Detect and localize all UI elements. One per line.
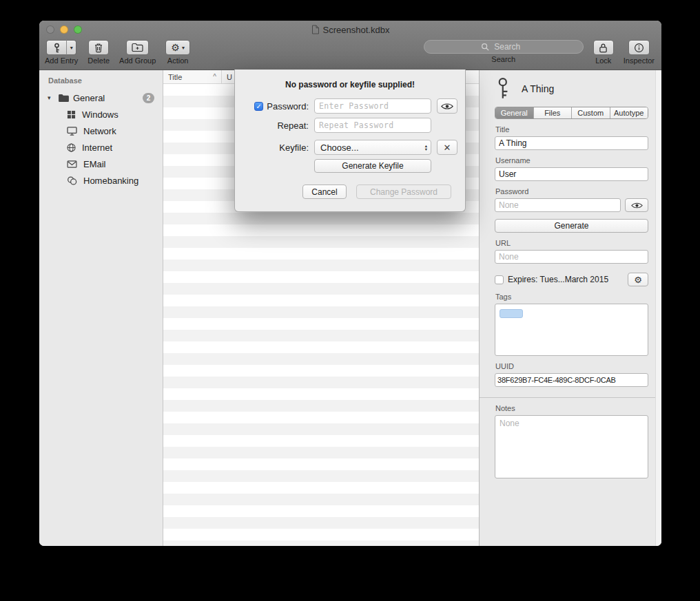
popup-stepper-icon: ▴▾ — [425, 144, 427, 151]
key-icon — [52, 43, 61, 53]
url-field[interactable] — [495, 250, 648, 264]
sidebar-group-general[interactable]: ▾ General 2 — [39, 89, 163, 106]
add-group-label: Add Group — [119, 56, 156, 65]
toolbar-item-lock: Lock — [593, 40, 614, 65]
sheet-repeat-input[interactable] — [314, 118, 431, 133]
uuid-field[interactable] — [495, 373, 648, 387]
disclosure-triangle-icon[interactable]: ▾ — [48, 94, 54, 101]
tab-files[interactable]: Files — [534, 107, 573, 118]
username-field-label: Username — [495, 156, 648, 165]
password-field-label: Password — [495, 187, 648, 196]
inspector-scrollbar[interactable] — [655, 70, 661, 546]
change-password-button: Change Password — [356, 184, 451, 199]
folder-icon — [58, 94, 70, 103]
lock-button[interactable] — [593, 40, 614, 55]
generate-keyfile-button[interactable]: Generate Keyfile — [314, 159, 431, 173]
sidebar-group-label: General — [73, 93, 105, 103]
toolbar-item-inspector: Inspector — [624, 40, 655, 65]
search-input[interactable] — [493, 41, 526, 52]
sidebar-item-label: Homebanking — [83, 176, 138, 186]
sheet-repeat-label: Repeat: — [277, 120, 309, 131]
inspector-tabs: General Files Custom Autotype — [495, 107, 648, 119]
expires-checkbox[interactable] — [495, 275, 504, 284]
reveal-password-button[interactable] — [625, 198, 648, 212]
keyfile-clear-button[interactable]: ✕ — [437, 140, 457, 155]
sheet-password-label: Password: — [267, 101, 309, 112]
sidebar-item-email[interactable]: EMail — [39, 156, 163, 172]
toolbar-item-add-entry: ▾ Add Entry — [45, 40, 78, 65]
notes-field[interactable] — [495, 415, 648, 478]
username-field[interactable] — [495, 167, 648, 181]
app-window: Screenshot.kdbx ▾ Add — [39, 21, 661, 546]
sheet-message: No password or keyfile supplied! — [235, 80, 465, 89]
sidebar-item-label: Network — [83, 126, 116, 136]
add-group-button[interactable] — [126, 40, 149, 55]
uuid-field-label: UUID — [495, 362, 648, 370]
zoom-button[interactable] — [74, 25, 82, 34]
sidebar-item-windows[interactable]: Windows — [39, 106, 163, 123]
document-icon — [311, 25, 320, 34]
password-field[interactable] — [495, 198, 621, 212]
sheet-reveal-password-button[interactable] — [437, 98, 457, 114]
globe-icon — [67, 143, 76, 152]
title-field[interactable] — [495, 136, 648, 150]
lock-icon — [599, 43, 608, 53]
traffic-lights — [46, 25, 82, 34]
tag-chip[interactable] — [500, 309, 523, 318]
info-icon — [634, 43, 644, 53]
tab-general[interactable]: General — [495, 107, 534, 118]
toolbar: ▾ Add Entry Delete — [39, 39, 661, 70]
lock-label: Lock — [595, 56, 611, 65]
column-username-label: U — [227, 73, 232, 81]
toolbar-item-search: Search — [424, 40, 584, 63]
cancel-button[interactable]: Cancel — [302, 184, 347, 199]
entry-title: A Thing — [522, 83, 554, 94]
keyfile-popup-value: Choose... — [320, 143, 359, 153]
eye-icon — [441, 103, 453, 110]
keyfile-popup-button[interactable]: Choose... ▴▾ — [314, 140, 431, 155]
sidebar: Database ▾ General 2 Windows — [39, 70, 163, 546]
add-entry-dropdown[interactable]: ▾ — [67, 40, 76, 55]
notes-field-label: Notes — [495, 404, 648, 412]
sidebar-item-internet[interactable]: Internet — [39, 139, 163, 156]
sidebar-item-homebanking[interactable]: Homebanking — [39, 172, 163, 189]
sheet-password-input[interactable] — [314, 98, 431, 114]
inspector-label: Inspector — [624, 56, 655, 65]
minimize-button[interactable] — [60, 25, 68, 34]
tags-box[interactable] — [495, 304, 648, 356]
password-sheet: No password or keyfile supplied! ✓ Passw… — [234, 70, 466, 212]
add-entry-button[interactable] — [46, 40, 67, 55]
clear-icon: ✕ — [444, 143, 451, 153]
sidebar-item-label: Windows — [82, 109, 119, 120]
sort-ascending-icon: ^ — [213, 73, 216, 81]
toolbar-item-add-group: Add Group — [119, 40, 156, 65]
window-chrome: Screenshot.kdbx ▾ Add — [39, 21, 661, 70]
key-icon — [496, 77, 513, 100]
monitor-icon — [67, 127, 77, 136]
add-entry-label: Add Entry — [45, 56, 78, 65]
sidebar-item-network[interactable]: Network — [39, 123, 163, 139]
window-title: Screenshot.kdbx — [323, 25, 390, 35]
toolbar-item-delete: Delete — [88, 40, 110, 65]
inspector-button[interactable] — [628, 40, 650, 55]
folder-plus-icon — [132, 43, 143, 52]
expires-settings-button[interactable]: ⚙ — [628, 273, 648, 286]
entry-count-badge: 2 — [143, 93, 154, 103]
search-field[interactable] — [424, 40, 584, 54]
password-checkbox[interactable]: ✓ — [254, 102, 263, 111]
tab-custom[interactable]: Custom — [572, 107, 610, 118]
generate-password-button[interactable]: Generate — [495, 219, 648, 233]
gear-icon: ⚙ — [634, 275, 642, 285]
action-button[interactable]: ⚙ ▾ — [165, 40, 190, 55]
delete-button[interactable] — [88, 40, 109, 55]
window-title-group: Screenshot.kdbx — [311, 25, 390, 35]
search-icon — [481, 43, 489, 51]
search-label: Search — [491, 55, 515, 63]
column-header-title[interactable]: Title ^ — [163, 70, 222, 83]
sidebar-item-label: Internet — [82, 143, 112, 153]
sidebar-item-label: EMail — [83, 159, 106, 169]
tab-autotype[interactable]: Autotype — [610, 107, 648, 118]
inspector-divider — [480, 397, 661, 398]
expires-row: Expires: Tues...March 2015 ⚙ — [495, 273, 648, 286]
close-button[interactable] — [46, 25, 54, 34]
